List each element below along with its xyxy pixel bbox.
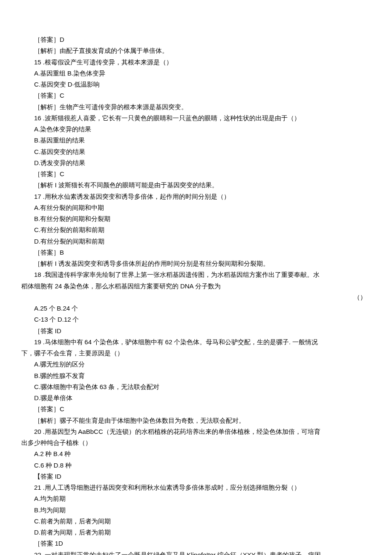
option-line: A.2 种 B.4 种: [21, 448, 371, 459]
question-line: 18 .我国遗传科学家率先绘制了世界上第一张水稻基因遗传图，为水稻基因组方案作出…: [21, 269, 371, 280]
explanation-line: ［解析］由配子直接发育成的个体属于单倍体。: [21, 45, 371, 56]
option-line: D.骡是单倍体: [21, 392, 371, 404]
option-line: A.均为前期: [21, 493, 371, 504]
option-line: B.有丝分裂的间期和分裂期: [21, 213, 371, 224]
answer-line: ［答案］D: [21, 34, 371, 45]
question-line: 21 .用人工诱导细胞进行基因突变和利用秋水仙素诱导多倍体形成时，应分别选择细胞…: [21, 482, 371, 493]
explanation-line: ［解析 I 波斯猫长有不同颜色的眼睛可能是由于基因突变的结果。: [21, 180, 371, 191]
blank-paren: （）: [354, 292, 366, 303]
question-line: 19 .马体细胞中有 64 个染色体，驴体细胞中有 62 个染色体。母马和公驴交…: [21, 337, 371, 348]
question-continuation: 下，骡子不会生育，主要原因是（）: [21, 348, 371, 359]
answer-line: ［答案 1D: [21, 538, 371, 549]
option-line: C-13 个 D.12 个: [21, 314, 371, 325]
explanation-line: ［解析］骡子不能生育是由于体细胞中染色体数目为奇数，无法联会配对。: [21, 415, 371, 426]
option-line: C.基因突变的结果: [21, 146, 371, 157]
question-line: 稻体细胞有 24 条染色体，那么水稻基因组方案要研究的 DNA 分子数为: [21, 281, 371, 292]
document-page: ［答案］D［解析］由配子直接发育成的个体属于单倍体。15 .根霉假设产生可遗传变…: [0, 0, 392, 555]
option-line: B.骡的性腺不发育: [21, 370, 371, 381]
document-body: ［答案］D［解析］由配子直接发育成的个体属于单倍体。15 .根霉假设产生可遗传变…: [21, 34, 371, 555]
answer-line: ［答案］C: [21, 169, 371, 180]
option-line: B.基因重组的结果: [21, 135, 371, 146]
option-line: C.有丝分裂的前期和前期: [21, 224, 371, 235]
question-line: 16 .波斯猫很惹人喜爱，它长有一只黄色的眼睛和一只蓝色的眼睛，这种性状的出现是…: [21, 113, 371, 124]
option-line: D.诱发变异的结果: [21, 157, 371, 169]
option-line: A.骡无性别的区分: [21, 359, 371, 370]
option-line: C.6 种 D.8 种: [21, 460, 371, 471]
question-line: 22 .一对表现型正常的夫妇生了一个既是红绿色盲又是 KlinefeIter 综…: [21, 549, 371, 555]
option-line: A.有丝分裂的间期和中期: [21, 202, 371, 213]
answer-line: ［答案］B: [21, 247, 371, 258]
explanation-line: ［解析 I 诱发基因突变和诱导多倍体所起的作用时间分别是有丝分裂间期和分裂期。: [21, 258, 371, 269]
option-line: A.25 个 B.24 个: [21, 303, 371, 314]
option-line: D.前者为间期，后者为前期: [21, 527, 371, 538]
explanation-line: ［解析］生物产生可遗传变异的根本来源是基因突变。: [21, 102, 371, 113]
answer-line: ［答案］C: [21, 404, 371, 415]
option-line: C.骡体细胞中有染色体 63 条，无法联会配对: [21, 381, 371, 392]
question-line: 15 .根霉假设产生可遗传变异，其根本来源是（）: [21, 57, 371, 68]
question-line: 17 .用秋水仙素诱发基因突变和诱导多倍体，起作用的时间分别是（）: [21, 191, 371, 202]
option-line: C.前者为前期，后者为间期: [21, 516, 371, 527]
option-line: B.均为间期: [21, 505, 371, 516]
option-line: A.基因重组 B.染色体变异: [21, 68, 371, 79]
option-line: D.有丝分裂的间期和前期: [21, 236, 371, 247]
answer-line: 【答案 ID: [21, 471, 371, 482]
answer-line: ［答案］C: [21, 90, 371, 101]
answer-line: ［答案 ID: [21, 325, 371, 337]
question-line: 20 .用基因型为 AaBbCC（无连锁）的水稻植株的花药培养出来的单倍体植株，…: [21, 426, 371, 437]
option-line: C.基因突变 D·低温影响: [21, 79, 371, 90]
question-continuation: 出多少种纯合子植株（）: [21, 437, 371, 448]
option-line: A.染色体变异的结果: [21, 124, 371, 135]
